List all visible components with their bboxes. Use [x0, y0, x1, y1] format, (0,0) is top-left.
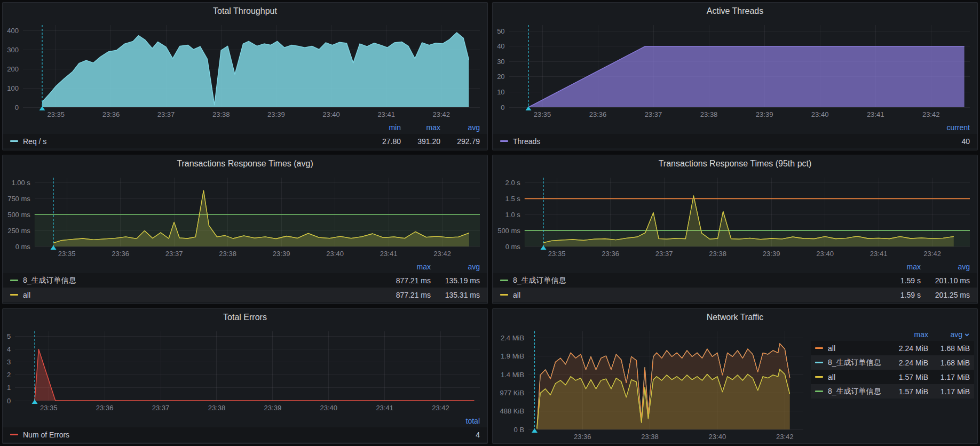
svg-text:23:42: 23:42 — [922, 110, 940, 118]
series-toggle[interactable]: Num of Errors — [10, 431, 431, 439]
legend-headers: max avg — [3, 260, 487, 273]
svg-text:23:41: 23:41 — [377, 110, 395, 118]
throughput-chart[interactable]: 23:3523:3623:3723:3823:3923:4023:4123:42… — [3, 20, 487, 121]
legend-row: all 877.21 ms 135.31 ms — [3, 288, 487, 302]
legend-row: 8_生成订单信息 1.57 MiB 1.17 MiB — [811, 384, 974, 399]
legend-header-max[interactable]: max — [401, 123, 440, 132]
series-label: all — [828, 373, 835, 381]
errors-chart[interactable]: 23:3523:3623:3723:3823:3923:4023:4123:42… — [3, 326, 487, 415]
legend-row: 8_生成订单信息 877.21 ms 135.19 ms — [3, 273, 487, 288]
svg-text:23:37: 23:37 — [152, 404, 170, 412]
series-toggle[interactable]: 8_生成订单信息 — [815, 387, 887, 396]
svg-text:23:36: 23:36 — [602, 250, 619, 258]
svg-text:0 B: 0 B — [514, 426, 525, 434]
series-toggle[interactable]: all — [500, 291, 872, 299]
legend-header-total[interactable]: total — [431, 417, 480, 425]
legend-header-avg[interactable]: avg — [928, 330, 970, 339]
svg-text:23:37: 23:37 — [645, 110, 662, 118]
svg-text:2.4 MiB: 2.4 MiB — [501, 334, 524, 342]
svg-text:500 ms: 500 ms — [7, 211, 30, 219]
stat-max: 2.24 MiB — [887, 359, 928, 367]
stat-max: 2.24 MiB — [887, 344, 928, 353]
legend-row: 8_生成订单信息 1.59 s 201.10 ms — [493, 273, 977, 288]
series-toggle[interactable]: 8_生成订单信息 — [10, 276, 382, 285]
stat-avg: 1.17 MiB — [928, 387, 970, 396]
svg-text:2: 2 — [7, 371, 11, 379]
svg-text:23:36: 23:36 — [96, 404, 114, 412]
panel-title[interactable]: Total Throughput — [3, 3, 487, 20]
svg-text:23:41: 23:41 — [867, 110, 884, 118]
threads-legend: current Threads 40 — [493, 121, 977, 150]
legend-header-max[interactable]: max — [382, 262, 431, 271]
legend-row: all 1.59 s 201.25 ms — [493, 288, 977, 302]
series-marker — [815, 362, 823, 363]
legend-header-avg[interactable]: avg — [440, 123, 480, 132]
legend-row: all 2.24 MiB 1.68 MiB — [811, 341, 974, 355]
panel-title[interactable]: Network Traffic — [493, 309, 977, 326]
svg-text:23:42: 23:42 — [432, 404, 449, 412]
svg-text:23:39: 23:39 — [267, 110, 285, 118]
stat-avg: 1.68 MiB — [928, 359, 970, 367]
series-marker — [815, 347, 823, 349]
series-toggle[interactable]: 8_生成订单信息 — [815, 358, 887, 368]
series-toggle[interactable]: Req / s — [10, 137, 361, 146]
svg-text:23:39: 23:39 — [763, 250, 780, 258]
svg-text:23:36: 23:36 — [102, 110, 120, 118]
response-avg-chart[interactable]: 23:3523:3623:3723:3823:3923:4023:4123:42… — [3, 172, 487, 260]
svg-text:23:41: 23:41 — [376, 404, 393, 412]
svg-text:23:38: 23:38 — [700, 110, 718, 118]
panel-title[interactable]: Total Errors — [3, 309, 487, 326]
stat-max: 1.57 MiB — [887, 387, 928, 396]
series-label: all — [513, 291, 520, 299]
series-toggle[interactable]: Threads — [500, 137, 921, 146]
network-chart[interactable]: 23:3623:3823:4023:420 B488 KiB977 KiB1.4… — [493, 326, 811, 443]
stat-max: 1.59 s — [872, 276, 921, 285]
series-toggle[interactable]: all — [815, 373, 887, 381]
panel-title[interactable]: Transactions Response Times (95th pct) — [493, 155, 977, 172]
svg-text:23:38: 23:38 — [641, 433, 659, 441]
legend-header-avg[interactable]: avg — [921, 262, 970, 271]
svg-text:23:40: 23:40 — [322, 110, 340, 118]
svg-text:23:40: 23:40 — [816, 250, 834, 258]
series-toggle[interactable]: all — [815, 344, 887, 353]
legend-header-max[interactable]: max — [872, 262, 921, 271]
svg-text:23:42: 23:42 — [433, 110, 451, 118]
svg-text:23:35: 23:35 — [548, 250, 566, 258]
series-marker — [10, 294, 18, 296]
panel-title[interactable]: Active Threads — [493, 3, 977, 20]
legend-row: Num of Errors 4 — [3, 427, 487, 442]
legend-header-current[interactable]: current — [921, 123, 970, 132]
svg-text:23:37: 23:37 — [165, 250, 183, 258]
svg-text:1.5 s: 1.5 s — [505, 195, 521, 203]
svg-text:0 ms: 0 ms — [505, 243, 521, 251]
svg-text:200: 200 — [7, 65, 19, 73]
legend-header-avg[interactable]: avg — [431, 262, 480, 271]
svg-text:23:39: 23:39 — [756, 110, 773, 118]
series-marker — [10, 140, 18, 142]
svg-text:23:40: 23:40 — [320, 404, 337, 412]
stat-max: 1.57 MiB — [887, 373, 928, 381]
threads-chart[interactable]: 23:3523:3623:3723:3823:3923:4023:4123:42… — [493, 20, 977, 121]
svg-text:5: 5 — [7, 332, 11, 340]
response-avg-legend: max avg 8_生成订单信息 877.21 ms 135.19 ms all — [3, 260, 487, 304]
svg-text:0: 0 — [7, 397, 11, 405]
svg-text:23:41: 23:41 — [870, 250, 888, 258]
legend-header-max[interactable]: max — [887, 330, 928, 339]
series-marker — [10, 280, 18, 281]
stat-max: 1.59 s — [872, 291, 921, 299]
series-marker — [10, 434, 18, 435]
stat-max: 877.21 ms — [382, 291, 431, 299]
svg-text:0 ms: 0 ms — [15, 243, 31, 251]
legend-header-min[interactable]: min — [361, 123, 401, 132]
panel-total-throughput: Total Throughput 23:3523:3623:3723:3823:… — [2, 2, 488, 150]
legend-row: Req / s 27.80 391.20 292.79 — [3, 134, 487, 148]
svg-text:0: 0 — [15, 103, 19, 111]
panel-title[interactable]: Transactions Response Times (avg) — [3, 155, 487, 172]
response-95pct-chart[interactable]: 23:3523:3623:3723:3823:3923:4023:4123:42… — [493, 172, 977, 260]
stat-total: 4 — [431, 431, 480, 439]
series-toggle[interactable]: 8_生成订单信息 — [500, 276, 872, 285]
svg-text:23:35: 23:35 — [40, 404, 58, 412]
legend-headers: total — [3, 415, 487, 427]
svg-text:23:36: 23:36 — [589, 110, 607, 118]
series-toggle[interactable]: all — [10, 291, 382, 299]
